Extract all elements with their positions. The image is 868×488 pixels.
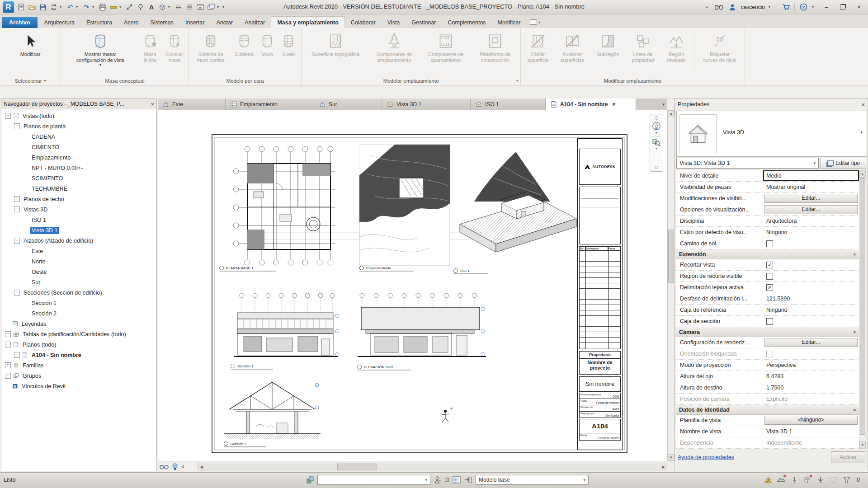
property-value[interactable]: Perspectiva bbox=[763, 360, 859, 371]
property-section-datos-de-identidad[interactable]: Datos de identidad« bbox=[676, 405, 859, 415]
ribbon-button-modificar[interactable]: Modificar bbox=[1, 29, 59, 76]
properties-help-link[interactable]: Ayuda de propiedades bbox=[678, 454, 734, 460]
signed-in-user[interactable]: cascencio bbox=[741, 4, 765, 10]
editing-requests-icon[interactable] bbox=[433, 475, 442, 484]
tree-item-npt-muro-0-00-[interactable]: NPT - MURO 0.00+- bbox=[1, 163, 156, 173]
qat-caret-icon[interactable]: ▾ bbox=[119, 5, 124, 9]
scroll-right-icon[interactable]: ▶ bbox=[660, 463, 667, 471]
tree-item-a104-sin-nombre[interactable]: +A104 - Sin nombre bbox=[1, 350, 156, 360]
wheel-menu-caret-icon[interactable]: ▾ bbox=[656, 131, 657, 135]
tree-item-techumbre[interactable]: TECHUMBRE bbox=[1, 183, 156, 194]
ribbon-tab-masa-y-emplazamiento[interactable]: Masa y emplazamiento bbox=[271, 16, 344, 28]
redo-icon[interactable]: ↷ bbox=[81, 2, 91, 13]
view-tab-iso-1[interactable]: ISO 1 bbox=[471, 99, 546, 110]
doc-icon[interactable] bbox=[16, 2, 26, 13]
tree-item-leyendas[interactable]: Leyendas bbox=[1, 319, 156, 329]
expand-icon[interactable]: + bbox=[5, 331, 11, 337]
property-value[interactable]: ✓ bbox=[763, 282, 859, 293]
property-value[interactable] bbox=[763, 238, 859, 249]
close-icon[interactable]: × bbox=[861, 101, 865, 108]
minimize-button[interactable]: – bbox=[820, 3, 833, 12]
save-icon[interactable] bbox=[38, 2, 48, 13]
ribbon-tab-gestionar[interactable]: Gestionar bbox=[406, 17, 442, 28]
tree-item-norte[interactable]: Norte bbox=[1, 256, 156, 267]
modify-ui-toggle[interactable]: ▾ bbox=[530, 19, 540, 28]
view-tab-sur[interactable]: Sur bbox=[314, 99, 382, 110]
select-pinned-icon[interactable] bbox=[790, 475, 799, 484]
tree-item-oeste[interactable]: Oeste bbox=[1, 267, 156, 277]
select-links-icon[interactable] bbox=[764, 475, 773, 484]
view-tab-a104-sin-nombre[interactable]: A104 - Sin nombre× bbox=[546, 99, 636, 110]
temporary-hide-isolate-icon[interactable] bbox=[160, 464, 169, 470]
view-tab-vista-3d-1[interactable]: Vista 3D 1 bbox=[382, 99, 471, 110]
tree-item-tablas-de-planificación-cantidades-todo-[interactable]: +Tablas de planificación/Cantidades (tod… bbox=[1, 329, 156, 339]
property-value[interactable]: Ninguno bbox=[763, 227, 859, 238]
tree-item-planos-todo-[interactable]: −Planos (todo) bbox=[1, 339, 156, 350]
properties-header[interactable]: Propiedades × bbox=[675, 99, 868, 110]
qat-caret-icon[interactable]: ▾ bbox=[92, 5, 97, 9]
view-tab-este[interactable]: Este bbox=[158, 99, 226, 110]
drawing-canvas[interactable]: PLANTA BASE 1 Emplazamiento bbox=[158, 110, 667, 461]
section-collapse-icon[interactable]: « bbox=[852, 330, 858, 333]
tree-item-sur[interactable]: Sur bbox=[1, 277, 156, 287]
qat-caret-icon[interactable]: ▾ bbox=[222, 5, 227, 9]
select-underlay-icon[interactable]: ✕ bbox=[777, 475, 786, 484]
workset-combobox[interactable]: ▾ bbox=[317, 475, 430, 485]
panel-launcher-icon[interactable]: ▾ bbox=[516, 79, 518, 83]
view-tab-list-caret-icon[interactable]: ▾ bbox=[660, 102, 667, 107]
tree-item-cimiento[interactable]: CIMIENTO bbox=[1, 142, 156, 152]
checkbox-unchecked-icon[interactable] bbox=[766, 273, 773, 280]
tree-item-este[interactable]: Este bbox=[1, 246, 156, 256]
measure-icon[interactable] bbox=[108, 2, 118, 13]
scroll-up-icon[interactable]: ▲ bbox=[668, 110, 675, 117]
sync-icon[interactable] bbox=[49, 2, 59, 13]
qat-caret-icon[interactable]: ▾ bbox=[76, 5, 80, 9]
switch-win-icon[interactable] bbox=[206, 2, 216, 13]
steering-wheel-icon[interactable]: 2D bbox=[651, 121, 661, 131]
property-value[interactable]: Ninguno bbox=[763, 305, 859, 315]
ribbon-tab-complementos[interactable]: Complementos bbox=[442, 17, 492, 28]
qat-caret-icon[interactable]: ▾ bbox=[168, 5, 173, 9]
ribbon-tab-colaborar[interactable]: Colaborar bbox=[345, 17, 382, 28]
project-browser-header[interactable]: Navegador de proyectos - _MODELOS BASE_P… bbox=[1, 99, 156, 109]
property-value[interactable]: Medio bbox=[763, 170, 859, 181]
property-value[interactable]: 121.5390 bbox=[763, 293, 859, 304]
property-value[interactable]: Editar... bbox=[763, 337, 859, 348]
infocenter-collapse-icon[interactable]: ◂ bbox=[706, 5, 710, 9]
qat-caret-icon[interactable]: ▾ bbox=[60, 5, 64, 9]
user-icon[interactable] bbox=[727, 2, 737, 13]
property-value[interactable]: Editar... bbox=[763, 193, 859, 204]
navbar-handle[interactable] bbox=[655, 116, 658, 120]
add-to-set-icon[interactable] bbox=[464, 475, 473, 484]
collapse-icon[interactable]: − bbox=[5, 342, 11, 347]
checkbox-unchecked-icon[interactable] bbox=[766, 318, 773, 325]
property-value[interactable]: Editar... bbox=[763, 204, 859, 215]
tree-item-grupos[interactable]: +Grupos bbox=[1, 371, 156, 381]
edit-type-button[interactable]: Editar tipo bbox=[820, 158, 866, 169]
type-selector[interactable]: Vista 3D ▾ bbox=[676, 111, 866, 157]
close-icon[interactable]: × bbox=[151, 101, 154, 108]
expand-icon[interactable]: + bbox=[14, 196, 20, 202]
scroll-up-icon[interactable]: ▲ bbox=[859, 171, 866, 178]
hscroll-thumb[interactable] bbox=[337, 464, 377, 470]
ribbon-tab-estructura[interactable]: Estructura bbox=[80, 17, 118, 28]
property-value[interactable] bbox=[763, 316, 859, 327]
section-collapse-icon[interactable]: « bbox=[852, 253, 858, 255]
reveal-hidden-elements-icon[interactable] bbox=[172, 463, 178, 470]
text-icon[interactable]: A bbox=[146, 2, 156, 13]
close-button[interactable]: × bbox=[853, 3, 865, 12]
select-by-face-icon[interactable]: ✕ bbox=[803, 475, 812, 484]
drag-on-selection-icon[interactable] bbox=[816, 475, 825, 484]
property-value[interactable]: 6.4283 bbox=[763, 371, 859, 382]
design-option-combobox[interactable]: Modelo base ▾ bbox=[476, 475, 589, 485]
apply-button[interactable]: Aplicar bbox=[831, 451, 865, 463]
search-icon[interactable] bbox=[714, 2, 724, 13]
worksets-icon[interactable] bbox=[306, 475, 315, 484]
collapse-icon[interactable]: − bbox=[5, 113, 11, 119]
checkbox-checked-icon[interactable]: ✓ bbox=[766, 284, 773, 291]
tree-item-vistas-3d[interactable]: −Vistas 3D bbox=[1, 204, 156, 215]
tree-item-scimiento[interactable]: SCIMIENTO bbox=[1, 173, 156, 183]
restore-button[interactable] bbox=[836, 3, 849, 12]
expand-icon[interactable]: + bbox=[5, 362, 11, 368]
property-edit-button[interactable]: Editar... bbox=[764, 338, 858, 347]
